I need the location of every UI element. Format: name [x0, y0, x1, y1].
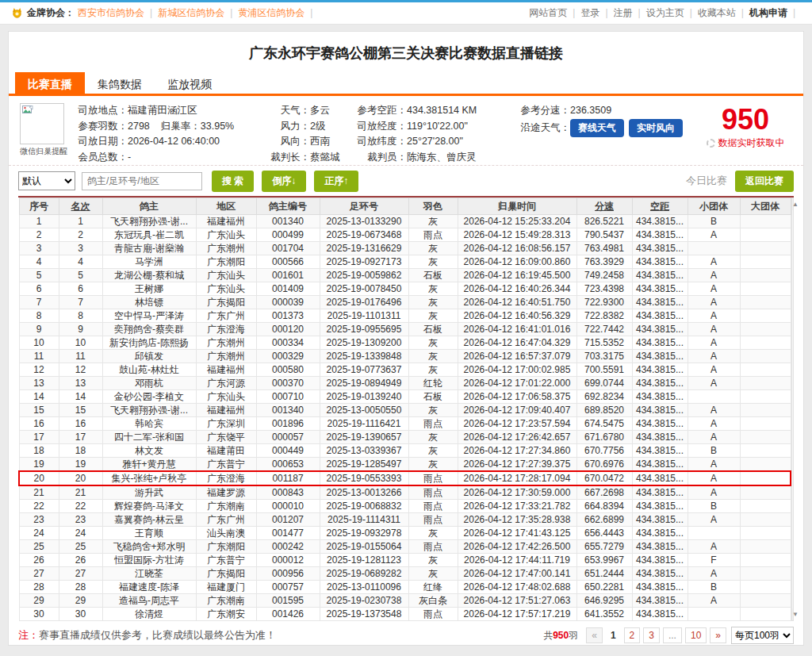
table-cell: 2025-19-0894949 [320, 377, 408, 390]
search-button[interactable]: 搜 索 [212, 171, 254, 192]
table-row[interactable]: 1010新安街鸽店-陈熙扬广东潮州0003342025-19-1309200灰2… [19, 336, 791, 350]
brand-label: 金牌协会： [27, 6, 75, 20]
column-header[interactable]: 名次 [59, 198, 102, 215]
table-row[interactable]: 1212鼓山苑-林灶灶福建福州0005802025-19-0773637灰202… [19, 363, 791, 377]
table-row[interactable]: 1414金砂公园-李植文广东汕头0007102025-19-0139240石板2… [19, 390, 791, 404]
table-row[interactable]: 77林培镖广东揭阳0000392025-19-0176496灰2026-04-1… [19, 296, 791, 309]
table-row[interactable]: 2020集兴-张纯+卢秋亭广东澄海0011872025-19-0553393雨点… [19, 471, 791, 485]
column-header: 归巢时间 [458, 198, 576, 215]
page-size-select[interactable]: 每页100羽 [731, 627, 794, 644]
sort-asc-button[interactable]: 正序↑ [314, 171, 358, 192]
table-cell: 17 [19, 431, 59, 444]
route-weather-button[interactable]: 赛线天气 [570, 119, 624, 137]
column-header[interactable]: 分速 [576, 198, 632, 215]
separator: | [690, 7, 692, 18]
table-cell: 2026-04-12 16:09:00.860 [458, 255, 576, 269]
table-row[interactable]: 1919雅轩+黄丹慧广东普宁0006532025-19-1285497灰2026… [19, 458, 791, 472]
table-row[interactable]: 1717四十二军-张和国广东饶平0000572025-19-1390657灰20… [19, 431, 791, 444]
table-cell: 20 [59, 471, 102, 485]
table-row[interactable]: 2222辉煌赛鸽-马泽文广东潮南0000102025-19-0068832雨点2… [19, 500, 791, 513]
table-cell [740, 363, 791, 377]
table-row[interactable]: 1313邓雨杭广东河源0003702025-19-0894949红轮2026-0… [19, 377, 791, 390]
table-cell [740, 282, 791, 296]
table-row[interactable]: 33青龍古廟-谢燊瀚广东潮州0017042025-19-1316629灰2026… [19, 242, 791, 255]
table-cell: 674.5475 [576, 417, 632, 431]
realtime-wind-button[interactable]: 实时风向 [629, 119, 683, 137]
column-header[interactable]: 空距 [632, 198, 688, 215]
table-row[interactable]: 2828福建速度-陈泽福建厦门0007572025-13-0110096红绛20… [19, 581, 791, 594]
table-cell: 434.3815... [632, 363, 688, 377]
page-button-»[interactable]: » [710, 627, 726, 643]
table-row[interactable]: 2121游升武福建罗源0008432025-13-0013266雨点2026-0… [19, 485, 791, 500]
table-cell: 2026-04-12 17:06:58.375 [458, 390, 576, 404]
table-cell: 000329 [256, 350, 320, 363]
table-cell: 001340 [256, 404, 320, 417]
top-link-机构申请[interactable]: 机构申请 [749, 7, 787, 18]
table-row[interactable]: 2727江晓荃广东揭阳0009562025-19-0689282灰2026-04… [19, 567, 791, 581]
separator: | [150, 7, 152, 18]
back-to-race-button[interactable]: 返回比赛 [735, 171, 794, 192]
page-button-3[interactable]: 3 [643, 627, 660, 643]
table-row[interactable]: 88空中悍马-严泽涛广东广州0013732025-19-1101311灰2026… [19, 309, 791, 323]
table-row[interactable]: 3030徐清煜广东潮安0014262025-19-1373548雨点2026-0… [19, 608, 791, 621]
page-button-...[interactable]: ... [663, 627, 682, 643]
table-scrollbar[interactable]: ▲ ▼ [791, 198, 794, 621]
table-cell: 马学洲 [102, 255, 196, 269]
table-cell: 28 [19, 581, 59, 594]
wechat-qr-image-placeholder[interactable] [20, 103, 64, 144]
table-cell: 723.4398 [576, 282, 632, 296]
table-cell: 22 [19, 500, 59, 513]
association-link[interactable]: 新城区信鸽协会 [158, 7, 224, 18]
table-cell [688, 242, 740, 255]
table-row[interactable]: 99奕翔鸽舍-蔡奕群广东澄海0001202025-19-0955695石板202… [19, 323, 791, 336]
table-row[interactable]: 22东冠玩具-崔二凯广东汕头0004992025-19-0673468雨点202… [19, 228, 791, 242]
table-row[interactable]: 2525飞稳鸽舍+郑水明广东潮阳0002422025-19-0155064雨点2… [19, 540, 791, 554]
top-link-注册[interactable]: 注册 [614, 7, 633, 18]
table-row[interactable]: 1818林文发福建莆田0004492025-13-0339367灰2026-04… [19, 444, 791, 458]
top-link-登录[interactable]: 登录 [580, 7, 599, 18]
association-link[interactable]: 西安市信鸽协会 [78, 7, 144, 18]
separator: | [741, 7, 744, 18]
table-cell: 游升武 [102, 485, 196, 500]
tab-0[interactable]: 比赛直播 [15, 72, 85, 96]
search-input[interactable] [82, 172, 202, 190]
table-cell: A [688, 363, 740, 377]
table-row[interactable]: 44马学洲广东潮阳0005662025-19-0927173灰2026-04-1… [19, 255, 791, 269]
table-row[interactable]: 66王树娜广东汕头0014092025-19-0078450灰2026-04-1… [19, 282, 791, 296]
top-link-收藏本站[interactable]: 收藏本站 [698, 7, 736, 18]
sort-mode-select[interactable]: 默认 [18, 171, 75, 190]
table-cell: 20 [19, 471, 59, 485]
table-cell [740, 485, 791, 500]
scrollbar-down-arrow-icon[interactable]: ▼ [792, 608, 793, 620]
table-row[interactable]: 1616韩哈宾广东深圳0018962025-19-1116421雨点2026-0… [19, 417, 791, 431]
table-row[interactable]: 1111邱镇发广东潮州0003292025-19-1339848灰2026-04… [19, 350, 791, 363]
table-row[interactable]: 2323嘉翼赛鸽-林云呈广东广州0012072025-19-1114311雨点2… [19, 513, 791, 527]
scrollbar-up-arrow-icon[interactable]: ▲ [792, 198, 793, 210]
table-cell: 434.3815... [632, 377, 688, 390]
table-cell: 19 [59, 458, 102, 472]
association-link[interactable]: 黄浦区信鸽协会 [238, 7, 304, 18]
page-button-2[interactable]: 2 [624, 627, 641, 643]
table-cell [740, 471, 791, 485]
tab-1[interactable]: 集鸽数据 [85, 72, 155, 96]
top-link-设为主页[interactable]: 设为主页 [646, 7, 684, 18]
table-row[interactable]: 2929造福鸟-周志平广东潮南0015952025-19-0230738灰白条2… [19, 594, 791, 608]
table-row[interactable]: 11飞天翱翔孙强-谢...福建福州0013402025-13-0133290灰2… [19, 215, 791, 228]
filter-bar: 默认 搜 索 倒序↓ 正序↑ 今日比赛 返回比赛 [9, 166, 803, 196]
table-cell: 2025-19-0553393 [320, 471, 408, 485]
release-longitude-value: 119°10'22.00" [407, 121, 468, 132]
tab-2[interactable]: 监放视频 [155, 72, 224, 96]
table-row[interactable]: 55龙湖公棚-蔡和城广东汕头0016012025-19-0059862石板202… [19, 269, 791, 282]
table-cell: B [688, 444, 740, 458]
table-cell: A [688, 458, 740, 472]
page-button-10[interactable]: 10 [685, 627, 707, 643]
table-row[interactable]: 2424王育顺汕头南澳0014772025-19-0932978灰2026-04… [19, 527, 791, 540]
top-link-网站首页[interactable]: 网站首页 [529, 7, 567, 18]
table-row[interactable]: 1515飞天翱翔孙强-谢...福建福州0013402025-13-0050550… [19, 404, 791, 417]
table-cell: A [688, 323, 740, 336]
sort-desc-button[interactable]: 倒序↓ [262, 171, 306, 192]
table-cell: 10 [19, 336, 59, 350]
table-cell: 林文发 [102, 444, 196, 458]
table-row[interactable]: 2626恒盟国际-方壮涛广东普宁0000122025-19-1281123灰20… [19, 554, 791, 567]
table-cell: 飞天翱翔孙强-谢... [102, 215, 196, 228]
